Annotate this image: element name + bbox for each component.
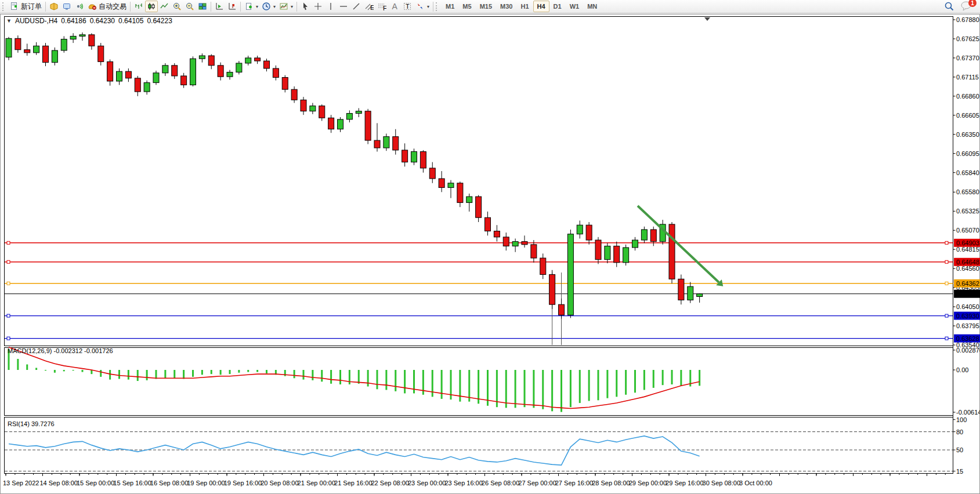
market-watch-button[interactable]	[48, 1, 60, 12]
macd-histogram-bar	[533, 370, 534, 408]
new-order-button[interactable]: 新订单	[8, 1, 44, 12]
time-axis-label: 14 Sep 08:00	[39, 480, 77, 486]
hline-handle[interactable]	[7, 282, 10, 285]
periods-button[interactable]: ▾	[260, 1, 277, 12]
time-axis-label: 28 Sep 08:00	[592, 480, 630, 486]
horizontal-line-button[interactable]	[337, 1, 350, 12]
bar-chart-button[interactable]	[132, 1, 145, 12]
svg-text:F: F	[383, 5, 386, 11]
fibonacci-icon: F	[377, 2, 386, 11]
timeframe-button-w1[interactable]: W1	[566, 1, 584, 12]
auto-scroll-button[interactable]	[213, 1, 226, 12]
hline-handle[interactable]	[7, 314, 10, 317]
hline-handle[interactable]	[7, 260, 10, 263]
indicators-button[interactable]: ▾	[277, 1, 295, 12]
timeframe-button-m5[interactable]: M5	[458, 1, 475, 12]
macd-histogram-bar	[459, 370, 461, 402]
timeframe-button-d1[interactable]: D1	[549, 1, 566, 12]
macd-histogram-bar	[616, 370, 617, 397]
candle-body	[485, 217, 491, 231]
equidistant-channel-button[interactable]: E	[363, 1, 375, 12]
hline-handle[interactable]	[945, 282, 948, 285]
candle-body	[420, 151, 426, 168]
macd-histogram-bar	[137, 370, 139, 381]
data-window-icon	[62, 2, 71, 11]
candle-body	[310, 106, 316, 111]
macd-histogram-bar	[173, 370, 175, 378]
candlestick-chart-icon	[147, 2, 156, 11]
horizontal-line-icon	[339, 2, 348, 11]
macd-histogram-bar	[588, 370, 590, 401]
text-label-button[interactable]: T	[401, 1, 414, 12]
main-panel[interactable]	[5, 17, 953, 346]
macd-histogram-bar	[699, 370, 700, 386]
candle-body	[688, 286, 693, 300]
timeframe-button-m30[interactable]: M30	[496, 1, 516, 12]
macd-histogram-bar	[367, 370, 369, 387]
timeframe-button-mn[interactable]: MN	[583, 1, 601, 12]
macd-histogram-bar	[653, 370, 654, 388]
candle-body	[586, 225, 592, 240]
cursor-button[interactable]	[299, 1, 312, 12]
text-button[interactable]: A	[388, 1, 401, 12]
hline-handle[interactable]	[945, 314, 948, 317]
fibonacci-button[interactable]: F	[375, 1, 388, 12]
hline-handle[interactable]	[945, 241, 948, 244]
candle-body	[282, 78, 288, 90]
price-tick-label: 0.66605	[956, 112, 979, 119]
text-label-icon: T	[403, 2, 412, 11]
line-chart-button[interactable]	[158, 1, 171, 12]
macd-histogram-bar	[238, 370, 240, 373]
candle-body	[494, 231, 500, 237]
crosshair-button[interactable]	[312, 1, 324, 12]
hline-handle[interactable]	[7, 337, 10, 340]
data-window-button[interactable]	[60, 1, 73, 12]
macd-histogram-bar	[643, 370, 645, 390]
chart-shift-button[interactable]	[226, 1, 238, 12]
signals-button[interactable]	[73, 1, 86, 12]
timeframe-button-m15[interactable]: M15	[476, 1, 496, 12]
hline-handle[interactable]	[945, 337, 948, 340]
timeframe-button-h1[interactable]: H1	[516, 1, 533, 12]
trendline-icon	[352, 2, 361, 11]
candlestick-chart-button[interactable]	[145, 1, 158, 12]
candle-body	[678, 279, 684, 300]
templates-button[interactable]: ▾	[243, 1, 260, 12]
zoom-out-button[interactable]	[183, 1, 196, 12]
macd-histogram-bar	[35, 368, 37, 370]
timeframe-button-m1[interactable]: M1	[442, 1, 458, 12]
zoom-in-button[interactable]	[171, 1, 183, 12]
autotrading-button[interactable]: 自动交易	[86, 1, 128, 12]
candle-body	[162, 66, 168, 73]
macd-histogram-bar	[312, 370, 313, 380]
price-tick-label: 0.65325	[956, 208, 979, 215]
candle-body	[117, 71, 122, 81]
macd-histogram-bar	[247, 370, 249, 372]
hline-handle[interactable]	[945, 260, 948, 263]
rsi-panel[interactable]	[5, 417, 953, 474]
chart-canvas[interactable]: 0.678800.676250.673700.671150.668600.666…	[1, 14, 980, 494]
notifications-button[interactable]: 1	[960, 1, 974, 12]
ohlc-open: 0.64186	[61, 17, 86, 25]
timeframe-button-h4[interactable]: H4	[533, 1, 549, 12]
candle-body	[448, 183, 454, 188]
arrows-button[interactable]: ▾	[414, 1, 431, 12]
search-icon[interactable]	[944, 1, 954, 12]
candle-body	[467, 197, 472, 202]
vertical-line-button[interactable]	[324, 1, 337, 12]
candle-body	[338, 119, 343, 129]
toolbar-grip[interactable]	[2, 2, 6, 11]
macd-histogram-bar	[146, 370, 148, 380]
macd-histogram-bar	[560, 370, 562, 412]
hline-handle[interactable]	[7, 241, 10, 244]
candle-body	[641, 230, 647, 240]
trendline-button[interactable]	[350, 1, 363, 12]
candle-body	[559, 304, 565, 315]
time-axis-label: 19 Sep 16:00	[224, 480, 262, 486]
macd-histogram-bar	[330, 370, 332, 384]
timeframe-toolbar-grip[interactable]	[436, 2, 440, 11]
bar-chart-icon	[134, 2, 143, 11]
symbol-dropdown-icon[interactable]: ▼	[6, 18, 12, 24]
svg-text:E: E	[370, 4, 374, 11]
tile-windows-button[interactable]	[196, 1, 209, 12]
